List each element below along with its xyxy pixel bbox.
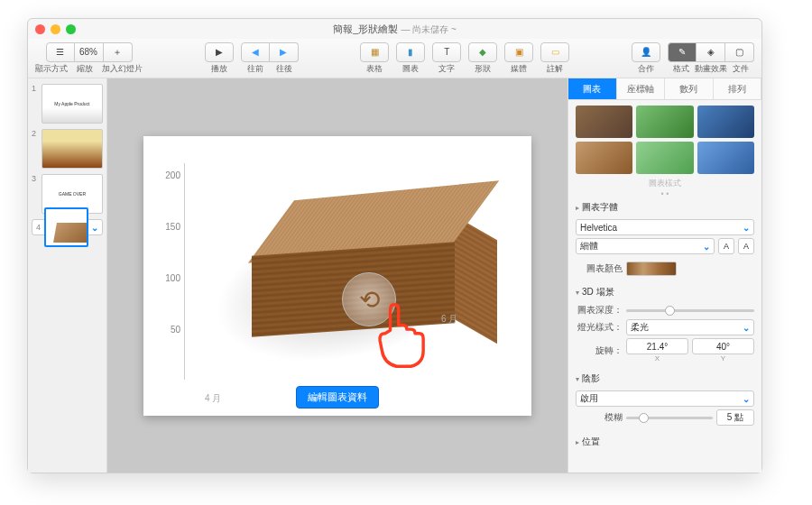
- toolbar: ☰ 68% ＋ 顯示方式 縮放 加入幻燈片 ▶ 播放 ◀ ▶ 往前: [28, 39, 761, 78]
- slide-navigator[interactable]: 1My Apple Product 2 3GAME OVER 4: [28, 78, 107, 473]
- chart-style-grid: [576, 106, 754, 174]
- insert-comment-button[interactable]: ▭: [540, 42, 569, 62]
- rotate-y-input[interactable]: 40°: [692, 338, 754, 354]
- edit-chart-data-button[interactable]: 編輯圖表資料: [296, 386, 379, 409]
- style-label: 圖表樣式: [576, 178, 754, 189]
- slide-thumb[interactable]: 4: [32, 219, 103, 235]
- tab-series[interactable]: 數列: [665, 78, 714, 99]
- nav-back-button[interactable]: ◀: [241, 42, 270, 62]
- app-window: 簡報_形狀繪製 — 尚未儲存 ~ ☰ 68% ＋ 顯示方式 縮放 加入幻燈片 ▶…: [27, 18, 762, 473]
- window-title: 簡報_形狀繪製 — 尚未儲存 ~: [28, 23, 761, 36]
- inspector-panel: 圖表 座標軸 數列 排列 圖表樣式 • • 圖表字體 Helve: [567, 78, 761, 473]
- insert-table-button[interactable]: ▦: [360, 42, 389, 62]
- zoom-button[interactable]: 68%: [75, 42, 104, 62]
- tab-arrange[interactable]: 排列: [714, 78, 762, 99]
- inspector-subtabs: 圖表 座標軸 數列 排列: [568, 78, 761, 100]
- section-position[interactable]: 位置: [576, 433, 754, 451]
- chart-style-swatch[interactable]: [697, 142, 754, 174]
- chart-style-swatch[interactable]: [697, 106, 754, 138]
- section-shadow[interactable]: 陰影: [576, 370, 754, 388]
- chart-style-swatch[interactable]: [576, 106, 632, 138]
- font-family-select[interactable]: Helvetica: [576, 219, 754, 235]
- canvas[interactable]: 200 150 100 50 4 月 5 月 6 月 編輯圖表資料 ⟲: [107, 78, 567, 473]
- view-label: 顯示方式: [35, 63, 68, 75]
- tab-chart[interactable]: 圖表: [568, 78, 617, 99]
- slide[interactable]: 200 150 100 50 4 月 5 月 6 月 編輯圖表資料: [143, 136, 531, 416]
- tab-axes[interactable]: 座標軸: [617, 78, 666, 99]
- insert-text-button[interactable]: T: [432, 42, 461, 62]
- format-inspector-button[interactable]: ✎: [668, 42, 697, 62]
- y-tick: 50: [157, 325, 180, 335]
- chart-style-swatch[interactable]: [636, 106, 693, 138]
- add-slide-button[interactable]: ＋: [104, 42, 133, 62]
- depth-slider[interactable]: [626, 309, 754, 312]
- y-tick: 150: [157, 222, 180, 232]
- slide-thumb[interactable]: 2: [32, 129, 103, 169]
- chart-color-swatch[interactable]: [626, 262, 677, 276]
- nav-forward-button[interactable]: ▶: [270, 42, 299, 62]
- zoom-label: 縮放: [77, 63, 93, 75]
- document-inspector-button[interactable]: ▢: [725, 42, 754, 62]
- shadow-select[interactable]: 啟用: [576, 390, 754, 407]
- lighting-select[interactable]: 柔光: [626, 319, 754, 335]
- play-label: 播放: [211, 63, 227, 75]
- blur-slider[interactable]: [626, 417, 713, 419]
- view-button[interactable]: ☰: [46, 42, 75, 62]
- chart-style-swatch[interactable]: [636, 142, 693, 174]
- y-axis: [184, 163, 185, 380]
- slide-thumb[interactable]: 1My Apple Product: [32, 84, 103, 124]
- insert-shape-button[interactable]: ◆: [468, 42, 497, 62]
- rotate-3d-icon[interactable]: ⟲: [342, 272, 396, 326]
- chart-style-swatch[interactable]: [576, 142, 632, 174]
- y-tick: 200: [157, 170, 180, 180]
- collaborate-button[interactable]: 👤: [632, 42, 660, 62]
- font-weight-select[interactable]: 細體: [576, 238, 715, 254]
- add-slide-label: 加入幻燈片: [102, 63, 143, 75]
- blur-input[interactable]: 5 點: [716, 409, 754, 426]
- rotate-x-input[interactable]: 21.4°: [626, 338, 688, 354]
- color-label: 圖表顏色: [576, 262, 623, 275]
- section-font[interactable]: 圖表字體: [576, 198, 754, 216]
- animate-inspector-button[interactable]: ◈: [697, 42, 725, 62]
- section-3d-scene[interactable]: 3D 場景: [576, 283, 754, 301]
- insert-media-button[interactable]: ▣: [504, 42, 533, 62]
- font-larger-button[interactable]: A: [738, 238, 754, 254]
- insert-chart-button[interactable]: ▮: [396, 42, 425, 62]
- font-smaller-button[interactable]: A: [718, 238, 734, 254]
- titlebar: 簡報_形狀繪製 — 尚未儲存 ~: [28, 19, 761, 39]
- x-tick: 4 月: [205, 392, 221, 405]
- x-tick: 6 月: [441, 313, 457, 326]
- play-button[interactable]: ▶: [205, 42, 234, 62]
- y-tick: 100: [157, 273, 180, 283]
